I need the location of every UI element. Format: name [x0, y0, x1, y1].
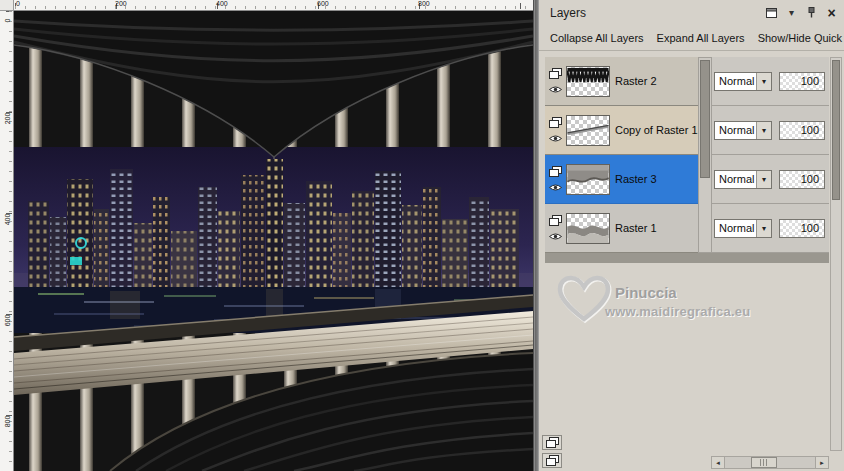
opacity-value: 100 — [801, 75, 819, 87]
cityscape-artwork — [14, 11, 533, 471]
expand-all-layers-button[interactable]: Expand All Layers — [657, 32, 745, 44]
blend-mode-dropdown[interactable]: Normal ▾ — [714, 170, 772, 189]
panel-titlebar-icons: ▾ × — [766, 5, 837, 20]
blend-mode-value: Normal — [715, 124, 756, 136]
blend-mode-value: Normal — [715, 222, 756, 234]
scrollbar-thumb[interactable] — [700, 60, 710, 178]
panel-title: Layers — [550, 6, 586, 20]
ruler-mark: 600 — [4, 314, 11, 328]
close-icon[interactable]: × — [826, 6, 837, 19]
ruler-mark: 0 — [16, 0, 20, 8]
scrollbar-thumb[interactable] — [832, 60, 840, 200]
watermark-site: www.maidiregrafica.eu — [605, 304, 750, 319]
dropdown-arrow-icon[interactable]: ▾ — [756, 171, 771, 188]
layer-row-left[interactable]: Raster 3 — [545, 155, 698, 204]
layer-type-icon[interactable] — [549, 68, 562, 79]
panel-corner-buttons — [542, 435, 562, 468]
layer-thumbnail[interactable] — [566, 66, 610, 97]
ruler-mark: 600 — [317, 0, 329, 8]
float-panel-icon[interactable] — [766, 6, 777, 19]
blend-mode-dropdown[interactable]: Normal ▾ — [714, 219, 772, 238]
layers-list-scrollbar[interactable] — [698, 57, 712, 253]
panel-horizontal-scrollbar[interactable]: ◄ ► — [711, 456, 829, 469]
watermark: Pinuccia www.maidiregrafica.eu — [547, 272, 809, 338]
ruler-corner — [0, 0, 14, 11]
watermark-name: Pinuccia — [615, 284, 677, 301]
layer-thumbnail[interactable] — [566, 213, 610, 244]
ruler-mark: 400 — [216, 0, 228, 8]
layer-row-icons — [545, 215, 566, 241]
visibility-eye-icon[interactable] — [549, 232, 562, 241]
layer-name[interactable]: Raster 2 — [615, 75, 657, 87]
layer-row-right: Normal ▾ 100 — [712, 57, 829, 106]
layer-link-icon[interactable] — [542, 435, 562, 450]
layer-row-left[interactable]: Raster 2 — [545, 57, 698, 106]
layer-row-left[interactable]: Copy of Raster 1 — [545, 106, 698, 155]
layer-row-icons — [545, 68, 566, 94]
layer-name[interactable]: Copy of Raster 1 — [615, 124, 698, 136]
dropdown-arrow-icon[interactable]: ▾ — [756, 220, 771, 237]
blend-mode-dropdown[interactable]: Normal ▾ — [714, 121, 772, 140]
layer-row-right: Normal ▾ 100 — [712, 106, 829, 155]
horizontal-ruler: 0 200 400 600 800 — [0, 0, 533, 11]
layers-palette: Layers ▾ × Collapse All Layers Expand Al… — [539, 0, 844, 471]
layer-row[interactable]: Raster 2 Normal ▾ 100 — [545, 57, 829, 106]
visibility-eye-icon[interactable] — [549, 134, 562, 143]
opacity-field[interactable]: 100 — [779, 121, 825, 140]
blend-mode-value: Normal — [715, 75, 756, 87]
scroll-left-icon[interactable]: ◄ — [712, 457, 725, 468]
pin-icon[interactable] — [806, 6, 817, 19]
layer-row-right: Normal ▾ 100 — [712, 155, 829, 204]
blend-mode-dropdown[interactable]: Normal ▾ — [714, 72, 772, 91]
opacity-field[interactable]: 100 — [779, 170, 825, 189]
image-canvas[interactable] — [14, 11, 533, 471]
ruler-mark: 0 — [4, 14, 11, 28]
layer-type-icon[interactable] — [549, 166, 562, 177]
layer-name[interactable]: Raster 1 — [615, 222, 657, 234]
ruler-mark: 400 — [4, 213, 11, 227]
scrollbar-track[interactable] — [725, 457, 815, 468]
visibility-eye-icon[interactable] — [549, 85, 562, 94]
show-hide-quick-button[interactable]: Show/Hide Quick — [758, 32, 842, 44]
layers-toolbar: Collapse All Layers Expand All Layers Sh… — [539, 26, 844, 51]
scroll-right-icon[interactable]: ► — [815, 457, 828, 468]
layer-row[interactable]: Copy of Raster 1 Normal ▾ 100 — [545, 106, 829, 155]
layer-type-icon[interactable] — [549, 117, 562, 128]
ruler-mark: 800 — [418, 0, 430, 8]
ruler-mark: 800 — [4, 415, 11, 429]
layer-link-icon[interactable] — [542, 453, 562, 468]
dropdown-arrow-icon[interactable]: ▾ — [756, 73, 771, 90]
layer-name[interactable]: Raster 3 — [615, 173, 657, 185]
layer-row[interactable]: Raster 3 Normal ▾ 100 — [545, 155, 829, 204]
heart-icon — [553, 274, 613, 324]
layer-row-right: Normal ▾ 100 — [712, 204, 829, 253]
layer-thumbnail[interactable] — [566, 115, 610, 146]
opacity-value: 100 — [801, 173, 819, 185]
collapse-all-layers-button[interactable]: Collapse All Layers — [550, 32, 644, 44]
opacity-field[interactable]: 100 — [779, 219, 825, 238]
layer-row[interactable]: Raster 1 Normal ▾ 100 — [545, 204, 829, 253]
layer-thumbnail[interactable] — [566, 164, 610, 195]
ruler-mark: 200 — [115, 0, 127, 8]
vertical-ruler: 0 200 400 600 800 — [0, 11, 14, 471]
layer-row-icons — [545, 117, 566, 143]
city-skyline — [14, 147, 533, 288]
ruler-mark: 200 — [4, 112, 11, 126]
blend-mode-value: Normal — [715, 173, 756, 185]
canvas-area: 0 200 400 600 800 0 200 400 600 800 — [0, 0, 533, 471]
chevron-down-icon[interactable]: ▾ — [786, 6, 797, 19]
dropdown-arrow-icon[interactable]: ▾ — [756, 122, 771, 139]
layer-type-icon[interactable] — [549, 215, 562, 226]
opacity-field[interactable]: 100 — [779, 72, 825, 91]
visibility-eye-icon[interactable] — [549, 183, 562, 192]
opacity-value: 100 — [801, 124, 819, 136]
application-window: 0 200 400 600 800 0 200 400 600 800 — [0, 0, 844, 471]
layer-row-left[interactable]: Raster 1 — [545, 204, 698, 253]
layers-list: Raster 2 Normal ▾ 100 — [545, 57, 829, 263]
opacity-value: 100 — [801, 222, 819, 234]
layer-row-icons — [545, 166, 566, 192]
scrollbar-thumb[interactable] — [751, 457, 777, 468]
panel-vertical-scrollbar[interactable] — [830, 57, 842, 451]
